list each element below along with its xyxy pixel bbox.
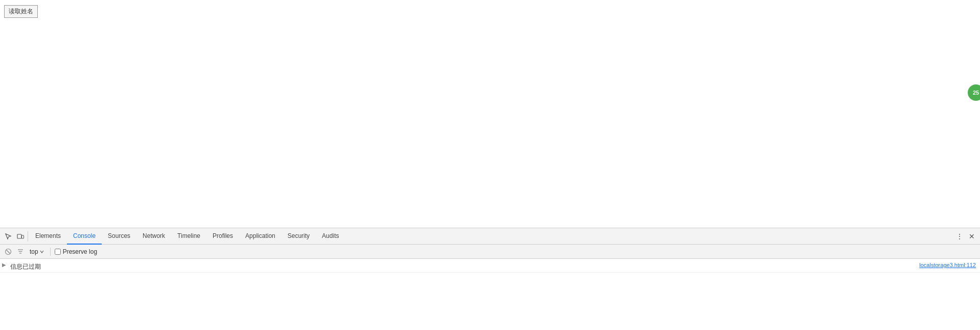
main-page: 读取姓名 25 <box>0 0 980 228</box>
tab-profiles[interactable]: Profiles <box>206 228 239 245</box>
tab-console[interactable]: Console <box>67 228 102 245</box>
inspect-element-button[interactable] <box>2 230 14 243</box>
tab-sources[interactable]: Sources <box>102 228 136 245</box>
clear-console-button[interactable] <box>3 247 13 257</box>
preserve-log-checkbox[interactable] <box>55 249 61 255</box>
console-entry: ▶ 信息已过期 localstorage3.html:112 <box>0 261 980 273</box>
tab-timeline[interactable]: Timeline <box>171 228 206 245</box>
close-devtools-button[interactable]: ✕ <box>966 230 978 243</box>
tab-network[interactable]: Network <box>136 228 171 245</box>
console-content: ▶ 信息已过期 localstorage3.html:112 <box>0 259 980 330</box>
tab-security[interactable]: Security <box>282 228 316 245</box>
preserve-log-label[interactable]: Preserve log <box>55 248 97 255</box>
execution-context-selector[interactable]: top <box>28 248 46 256</box>
svg-rect-1 <box>22 235 24 238</box>
tab-audits[interactable]: Audits <box>316 228 345 245</box>
console-toolbar-divider <box>50 248 51 256</box>
svg-rect-0 <box>17 234 21 238</box>
read-name-button[interactable]: 读取姓名 <box>4 5 38 18</box>
filter-button[interactable] <box>15 247 26 257</box>
entry-message: 信息已过期 <box>8 262 919 271</box>
devtools-panel: Elements Console Sources Network Timelin… <box>0 228 980 330</box>
tab-separator-1 <box>28 231 28 241</box>
more-options-button[interactable]: ⋮ <box>953 230 966 243</box>
device-toolbar-button[interactable] <box>14 230 27 243</box>
tab-elements[interactable]: Elements <box>29 228 67 245</box>
devtools-end-icons: ⋮ ✕ <box>953 230 978 243</box>
svg-line-3 <box>7 250 10 253</box>
console-toolbar: top Preserve log <box>0 245 980 259</box>
entry-expand-icon[interactable]: ▶ <box>0 262 8 268</box>
notification-badge: 25 <box>968 84 980 101</box>
devtools-body: top Preserve log ▶ 信息已过期 localstorage3.h… <box>0 245 980 330</box>
tab-application[interactable]: Application <box>239 228 282 245</box>
devtools-toolbar: Elements Console Sources Network Timelin… <box>0 228 980 245</box>
entry-location[interactable]: localstorage3.html:112 <box>919 262 980 268</box>
